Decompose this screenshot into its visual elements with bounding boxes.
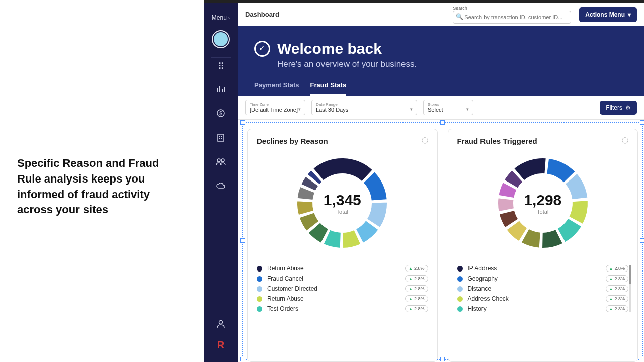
card-fraud-rules-triggered: Fraud Rules Triggered ⓘ 1,298 Total IP A… <box>448 129 638 362</box>
donut-center: 1,298 Total <box>524 192 561 215</box>
legend-dot <box>457 306 463 312</box>
search-input[interactable] <box>453 11 571 24</box>
timezone-label: Time Zone <box>250 102 301 107</box>
legend-row: IP Address ▲2.8% <box>457 265 629 272</box>
search-wrap: Search 🔍 <box>453 6 571 24</box>
topbar: Dashboard Search 🔍 Actions Menu ▾ <box>238 3 644 26</box>
timezone-value: [Default Time Zone] <box>250 107 301 113</box>
legend-row: Address Check ▲2.8% <box>457 295 629 302</box>
donut-center: 1,345 Total <box>324 192 361 215</box>
card-title: Declines by Reason <box>257 137 328 145</box>
legend-name: Address Check <box>468 295 601 302</box>
chevron-down-icon: ▾ <box>410 107 413 112</box>
legend-dot <box>457 276 463 282</box>
legend-row: Return Abuse ▲2.8% <box>257 295 428 302</box>
hero-title: Welcome back <box>277 40 382 57</box>
scrollbar[interactable] <box>629 265 631 312</box>
info-icon[interactable]: ⓘ <box>622 136 628 145</box>
bars-icon[interactable] <box>216 85 225 96</box>
dashboard-canvas: Declines by Reason ⓘ 1,345 Total Return … <box>238 120 644 362</box>
legend-dot <box>257 306 262 312</box>
cloud-icon[interactable] <box>216 182 226 192</box>
building-icon[interactable] <box>217 133 225 145</box>
card-title: Fraud Rules Triggered <box>457 137 537 145</box>
resize-handle[interactable] <box>240 120 245 125</box>
avatar[interactable] <box>212 30 230 48</box>
legend-dot <box>257 266 262 272</box>
users-icon[interactable] <box>216 158 226 168</box>
filterbar: Time Zone [Default Time Zone] ▾ Date Ran… <box>238 96 644 120</box>
stores-select[interactable]: Stores Select ▾ <box>423 100 473 115</box>
resize-handle[interactable] <box>240 357 245 361</box>
chevron-down-icon: ▾ <box>298 107 301 112</box>
arrow-up-icon: ▲ <box>609 287 613 291</box>
legend-delta-badge: ▲2.8% <box>405 295 428 302</box>
menu-label: Menu <box>212 14 227 21</box>
donut-total-label: Total <box>324 209 361 215</box>
legend-name: Distance <box>468 285 601 292</box>
breadcrumb: Dashboard <box>245 11 279 18</box>
legend-dot <box>457 266 463 272</box>
info-icon[interactable]: ⓘ <box>422 136 428 145</box>
legend-dot <box>257 276 262 282</box>
chevron-down-icon: ▾ <box>466 107 469 112</box>
tab-fraud-stats[interactable]: Fraud Stats <box>310 81 347 96</box>
legend-name: Return Abuse <box>267 295 400 302</box>
legend: IP Address ▲2.8% Geography ▲2.8% Distanc… <box>457 265 629 312</box>
actions-menu-button[interactable]: Actions Menu ▾ <box>579 7 637 22</box>
arrow-up-icon: ▲ <box>609 277 613 281</box>
arrow-up-icon: ▲ <box>409 307 413 311</box>
svg-rect-3 <box>219 136 220 137</box>
resize-handle[interactable] <box>640 357 644 361</box>
brand-r-icon[interactable]: R <box>217 339 224 351</box>
search-label: Search <box>453 6 571 11</box>
svg-point-7 <box>217 159 220 162</box>
dollar-icon[interactable]: $ <box>216 109 225 120</box>
resize-handle[interactable] <box>640 238 644 243</box>
app-frame: Menu › ⠿ $ <box>204 0 644 362</box>
hero: Welcome back Here's an overview of your … <box>238 26 644 96</box>
arrow-up-icon: ▲ <box>609 297 613 301</box>
legend-row: Geography ▲2.8% <box>457 275 629 282</box>
svg-rect-2 <box>218 134 224 141</box>
chevron-right-icon: › <box>228 15 230 21</box>
svg-text:$: $ <box>219 111 222 116</box>
profile-icon[interactable] <box>216 319 225 330</box>
scrollbar-thumb[interactable] <box>629 265 631 284</box>
stores-label: Stores <box>428 102 469 107</box>
legend-row: Customer Directed ▲2.8% <box>257 285 428 292</box>
legend-delta-badge: ▲2.8% <box>606 265 628 272</box>
legend-row: Fraud Cancel ▲2.8% <box>257 275 428 282</box>
svg-rect-4 <box>221 136 222 137</box>
daterange-value: Last 30 Days <box>316 107 413 113</box>
card-declines-by-reason: Declines by Reason ⓘ 1,345 Total Return … <box>247 129 438 362</box>
donut-total-label: Total <box>524 209 561 215</box>
legend-name: Customer Directed <box>267 285 400 292</box>
daterange-select[interactable]: Date Range Last 30 Days ▾ <box>311 100 417 115</box>
legend-name: Geography <box>468 275 601 282</box>
daterange-label: Date Range <box>316 102 413 107</box>
legend-delta-badge: ▲2.8% <box>405 275 428 282</box>
legend-dot <box>457 286 463 292</box>
legend: Return Abuse ▲2.8% Fraud Cancel ▲2.8% Cu… <box>257 265 428 312</box>
legend-delta-badge: ▲2.8% <box>606 295 628 302</box>
filters-button[interactable]: Filters ⚙ <box>600 101 637 115</box>
menu-toggle[interactable]: Menu › <box>212 14 230 21</box>
actions-menu-label: Actions Menu <box>585 11 625 18</box>
svg-point-9 <box>219 321 223 324</box>
hero-subtitle: Here's an overview of your business. <box>277 59 628 69</box>
arrow-up-icon: ▲ <box>609 266 613 271</box>
resize-handle[interactable] <box>440 120 445 125</box>
arrow-up-icon: ▲ <box>409 287 413 291</box>
search-icon: 🔍 <box>456 13 463 20</box>
resize-handle[interactable] <box>240 238 245 243</box>
resize-handle[interactable] <box>640 120 644 125</box>
legend-dot <box>457 296 463 302</box>
legend-dot <box>257 286 262 292</box>
timezone-select[interactable]: Time Zone [Default Time Zone] ▾ <box>245 100 305 115</box>
legend-delta-badge: ▲2.8% <box>405 285 428 292</box>
tab-payment-stats[interactable]: Payment Stats <box>254 81 299 96</box>
arrow-up-icon: ▲ <box>409 297 413 301</box>
grid-icon[interactable]: ⠿ <box>218 61 224 72</box>
hero-logo-icon <box>254 41 270 57</box>
